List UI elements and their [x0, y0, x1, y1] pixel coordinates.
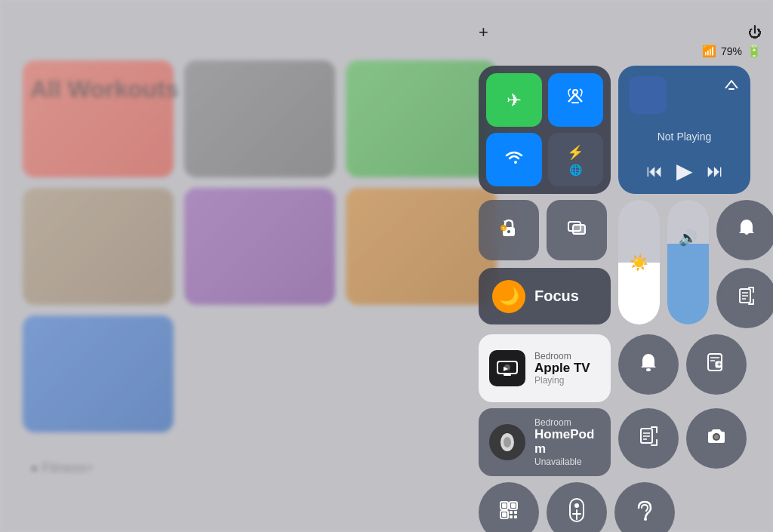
row-devices: ▶ Bedroom Apple TV Playing — [479, 334, 765, 402]
right-round-pair-2 — [716, 268, 773, 328]
connectivity-block[interactable]: ✈ — [479, 66, 611, 194]
play-pause-button[interactable]: ▶ — [676, 158, 693, 183]
svg-rect-21 — [504, 374, 511, 376]
bell-round-button[interactable] — [618, 334, 679, 395]
svg-point-4 — [507, 230, 510, 233]
camera-round-button[interactable] — [686, 408, 747, 469]
right-round-buttons-col: + — [716, 200, 773, 328]
svg-text:+: + — [717, 361, 721, 368]
airplane-icon: ✈ — [507, 90, 522, 111]
right-round-pair-1: + — [716, 200, 773, 260]
screen-lock-icon: ↻ — [498, 217, 519, 244]
hearing-icon — [635, 499, 654, 527]
volume-slider[interactable]: 🔊 — [667, 200, 709, 324]
svg-point-31 — [504, 437, 511, 447]
camera-2-icon — [705, 425, 728, 453]
qr-scan-icon — [498, 500, 519, 526]
homepod-room: Bedroom — [534, 417, 600, 428]
scan-document-icon — [736, 285, 757, 312]
bell-icon — [736, 217, 757, 244]
scan-doc-2-icon — [637, 425, 660, 453]
svg-rect-45 — [514, 511, 517, 514]
svg-text:▶: ▶ — [504, 365, 509, 372]
svg-rect-47 — [514, 515, 517, 518]
globe-icon: 🌐 — [569, 164, 582, 176]
svg-rect-41 — [511, 503, 516, 508]
airplane-mode-button[interactable]: ✈ — [486, 73, 542, 127]
bell-2-icon — [637, 351, 660, 379]
homepod-tile[interactable]: Bedroom HomePod m Unavailable — [479, 408, 611, 476]
now-playing-block[interactable]: Not Playing ⏮ ▶ ⏭ — [618, 66, 750, 194]
wifi-status-icon: 📶 — [702, 45, 716, 58]
volume-icon: 🔊 — [679, 229, 698, 247]
wifi-button[interactable] — [486, 133, 542, 186]
svg-rect-43 — [502, 512, 507, 517]
brightness-icon: ☀️ — [630, 254, 648, 272]
svg-rect-46 — [510, 515, 513, 518]
now-playing-thumbnail — [629, 76, 667, 114]
screen-mirror-icon — [566, 217, 587, 244]
control-center-panel: + ⏻ 📶 79% 🔋 ✈ — [479, 23, 765, 532]
homepod-icon — [489, 424, 525, 460]
now-playing-airplay-icon[interactable] — [723, 76, 740, 97]
svg-rect-44 — [510, 511, 513, 514]
not-playing-label: Not Playing — [629, 131, 740, 143]
focus-button[interactable]: 🌙 Focus — [479, 268, 611, 324]
homepod-status: Unavailable — [534, 457, 600, 467]
wifi-icon — [504, 150, 524, 170]
bell-button[interactable] — [716, 200, 773, 260]
middle-left-col: ↻ 🌙 Focus — [479, 200, 611, 328]
apple-tv-tile[interactable]: ▶ Bedroom Apple TV Playing — [479, 334, 611, 402]
row-smallbtns-sliders: ↻ 🌙 Focus — [479, 200, 765, 328]
svg-point-1 — [573, 90, 577, 94]
scan-document-button[interactable] — [716, 268, 773, 328]
focus-moon-icon: 🌙 — [492, 280, 525, 313]
screen-mirror-button[interactable] — [547, 200, 607, 260]
focus-label: Focus — [534, 288, 579, 305]
hearing-button[interactable] — [614, 482, 675, 532]
row-bottom-btns — [479, 482, 765, 532]
next-track-button[interactable]: ⏭ — [707, 161, 723, 181]
brightness-slider[interactable]: ☀️ — [618, 200, 660, 324]
bluetooth-icon: ⚡ — [567, 144, 584, 161]
brightness-fill — [618, 263, 660, 325]
apple-tv-icon: ▶ — [489, 350, 525, 386]
apple-tv-room: Bedroom — [534, 351, 590, 361]
notes-2-icon: + — [705, 351, 728, 379]
svg-point-24 — [646, 368, 651, 371]
airplay-connectivity-icon — [565, 88, 585, 112]
moon-icon: 🌙 — [499, 287, 519, 306]
bluetooth-button[interactable]: ⚡ 🌐 — [548, 133, 604, 186]
status-bar: + ⏻ — [479, 23, 765, 42]
battery-icon: 🔋 — [747, 44, 762, 58]
homepod-name: HomePod m — [534, 428, 600, 456]
apple-tv-name: Apple TV — [534, 361, 590, 376]
battery-row: 📶 79% 🔋 — [479, 44, 765, 58]
remote-button[interactable] — [547, 482, 607, 532]
plus-button[interactable]: + — [479, 23, 488, 42]
svg-point-49 — [574, 503, 579, 508]
airplay-connectivity-button[interactable] — [548, 73, 604, 127]
power-button[interactable]: ⏻ — [748, 25, 762, 41]
sliders-pair: ☀️ 🔊 — [618, 200, 709, 328]
screen-lock-button[interactable]: ↻ — [479, 200, 539, 260]
scan-document-round-button[interactable] — [618, 408, 679, 469]
row-connectivity-nowplaying: ✈ — [479, 66, 765, 194]
qr-scan-button[interactable] — [479, 482, 539, 532]
apple-tv-info: Bedroom Apple TV Playing — [534, 351, 590, 386]
svg-rect-0 — [571, 102, 579, 103]
svg-point-37 — [714, 435, 719, 439]
svg-text:↻: ↻ — [502, 226, 506, 231]
battery-percent: 79% — [721, 45, 742, 57]
svg-point-52 — [644, 518, 647, 521]
volume-fill — [667, 244, 709, 324]
svg-rect-2 — [728, 88, 735, 90]
svg-rect-39 — [502, 503, 507, 508]
homepod-info: Bedroom HomePod m Unavailable — [534, 417, 600, 466]
row-homepod: Bedroom HomePod m Unavailable — [479, 408, 765, 476]
apple-tv-status: Playing — [534, 375, 590, 386]
now-playing-top — [629, 76, 740, 114]
svg-rect-8 — [573, 225, 585, 234]
notes-round-button[interactable]: + — [686, 334, 747, 395]
previous-track-button[interactable]: ⏮ — [646, 161, 663, 181]
